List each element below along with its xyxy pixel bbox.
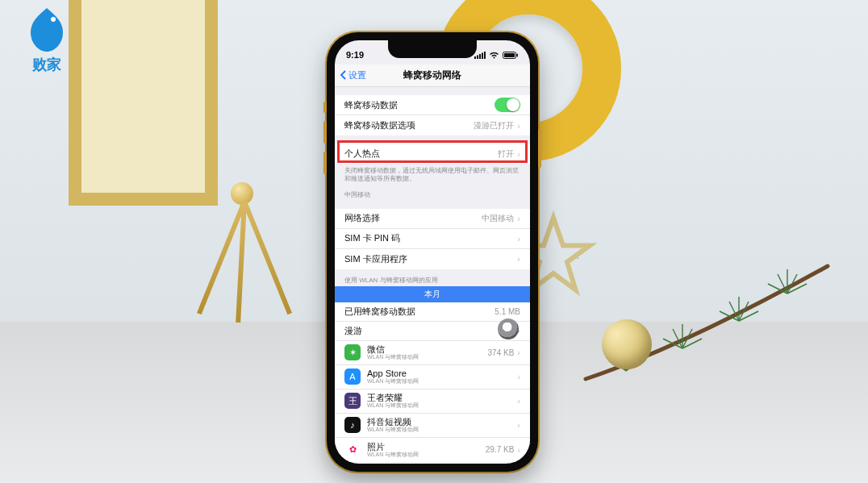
section-header-carrier: 中国移动 [335,184,530,201]
chevron-right-icon: › [517,420,520,430]
row-cellular-options[interactable]: 蜂窝移动数据选项 漫游已打开 › [335,115,530,135]
row-value: 漫游已打开 [474,120,514,131]
row-label: 已用蜂窝移动数据 [344,306,495,318]
app-name: 照片 [367,442,486,452]
page-title: 蜂窝移动网络 [403,69,461,82]
svg-text:败家: 败家 [31,56,61,73]
row-value: 中国移动 [482,213,514,224]
glitter-ball-ornament [602,319,652,369]
section-header-apps: 使用 WLAN 与蜂窝移动网的应用 [335,269,530,286]
row-value: 打开 [498,148,514,160]
app-text: 照片WLAN 与蜂窝移动网 [367,442,486,458]
row-app[interactable]: 王王者荣耀WLAN 与蜂窝移动网› [335,389,530,414]
volume-up-button [323,121,327,144]
group-hotspot: 个人热点 打开 › [335,144,530,164]
app-name: 抖音短视频 [367,417,514,427]
app-usage: 29.7 KB [486,445,515,454]
app-name: 微信 [367,344,488,354]
chevron-right-icon: › [517,348,520,357]
app-sub: WLAN 与蜂窝移动网 [367,452,486,458]
navigation-bar: 设置 蜂窝移动网络 [335,65,530,87]
svg-rect-24 [477,55,478,59]
row-label: 蜂窝移动数据 [344,99,495,111]
phone-notch [388,40,477,58]
row-app[interactable]: ✶微信WLAN 与蜂窝移动网374 KB› [335,341,530,365]
chevron-right-icon: › [517,396,520,406]
wifi-icon [489,52,499,59]
battery-icon [503,52,519,59]
row-used-data[interactable]: 已用蜂窝移动数据 5.1 MB [335,302,530,322]
svg-point-21 [51,17,56,22]
app-icon: ✶ [344,344,361,360]
back-button[interactable]: 设置 [340,65,366,86]
row-label: SIM 卡应用程序 [344,253,514,265]
app-sub: WLAN 与蜂窝移动网 [367,427,514,433]
silence-switch [323,102,327,113]
row-label: 漫游 [344,325,514,337]
app-text: 抖音短视频WLAN 与蜂窝移动网 [367,417,514,433]
row-app[interactable]: ✿照片WLAN 与蜂窝移动网29.7 KB› [335,438,530,462]
app-name: 王者荣耀 [367,393,514,402]
group-carrier: 网络选择 中国移动 › SIM 卡 PIN 码 › SIM 卡应用程序 › [335,209,530,269]
row-label: 网络选择 [344,212,482,224]
gold-picture-frame [69,0,218,206]
gold-tripod-stand [186,202,298,331]
row-label: 蜂窝移动数据选项 [344,119,474,131]
svg-rect-26 [482,52,483,59]
svg-rect-25 [479,54,481,59]
chevron-right-icon: › [517,254,520,264]
svg-rect-27 [484,52,486,59]
row-value: 5.1 MB [495,307,520,316]
app-sub: WLAN 与蜂窝移动网 [367,378,514,385]
row-app[interactable]: AApp StoreWLAN 与蜂窝移动网› [335,365,530,389]
app-text: App StoreWLAN 与蜂窝移动网 [367,368,514,385]
svg-rect-23 [474,56,476,59]
app-icon: ♪ [344,417,361,433]
back-label: 设置 [348,69,366,81]
app-usage: 374 KB [488,348,515,357]
month-bar: 本月 [335,286,530,302]
row-network-select[interactable]: 网络选择 中国移动 › [335,209,530,229]
toggle-cellular-data[interactable] [495,98,520,112]
group-cellular: 蜂窝移动数据 蜂窝移动数据选项 漫游已打开 › [335,95,530,135]
row-sim-apps[interactable]: SIM 卡应用程序 › [335,249,530,269]
status-time: 9:19 [346,50,364,60]
iphone-device: 9:19 设置 蜂窝移动网络 [327,32,538,472]
settings-content[interactable]: 蜂窝移动数据 蜂窝移动数据选项 漫游已打开 › 个人热点 打开 › 关闭蜂窝移动… [335,87,530,464]
app-sub: WLAN 与蜂窝移动网 [367,354,488,360]
chevron-right-icon: › [517,234,520,244]
app-icon: A [344,368,361,385]
row-app[interactable]: ♪抖音短视频WLAN 与蜂窝移动网› [335,414,530,438]
chevron-right-icon: › [517,445,520,455]
chevron-right-icon: › [517,214,520,223]
svg-rect-30 [517,53,519,56]
row-cellular-data[interactable]: 蜂窝移动数据 [335,95,530,115]
chevron-left-icon [340,70,347,81]
volume-down-button [323,152,327,174]
app-name: App Store [367,368,514,378]
power-button [538,129,541,168]
channel-logo: 败家 [21,5,73,74]
app-text: 王者荣耀WLAN 与蜂窝移动网 [367,393,514,409]
chevron-right-icon: › [517,372,520,381]
row-personal-hotspot[interactable]: 个人热点 打开 › [335,144,530,164]
cellular-note: 关闭蜂窝移动数据，通过无线局域网使用电子邮件、网页浏览和推送通知等所有数据。 [335,164,530,184]
row-sim-pin[interactable]: SIM 卡 PIN 码 › [335,229,530,249]
chevron-right-icon: › [517,121,520,131]
phone-screen: 9:19 设置 蜂窝移动网络 [335,40,530,464]
app-text: 微信WLAN 与蜂窝移动网 [367,344,488,360]
svg-rect-29 [504,53,515,57]
row-label: 个人热点 [344,148,498,160]
chevron-right-icon: › [517,149,520,159]
app-icon: ✿ [344,442,361,458]
assistive-touch-button[interactable] [498,319,519,339]
row-label: SIM 卡 PIN 码 [344,232,514,244]
signal-icon [474,52,486,59]
app-sub: WLAN 与蜂窝移动网 [367,402,514,409]
app-icon: 王 [344,393,361,409]
